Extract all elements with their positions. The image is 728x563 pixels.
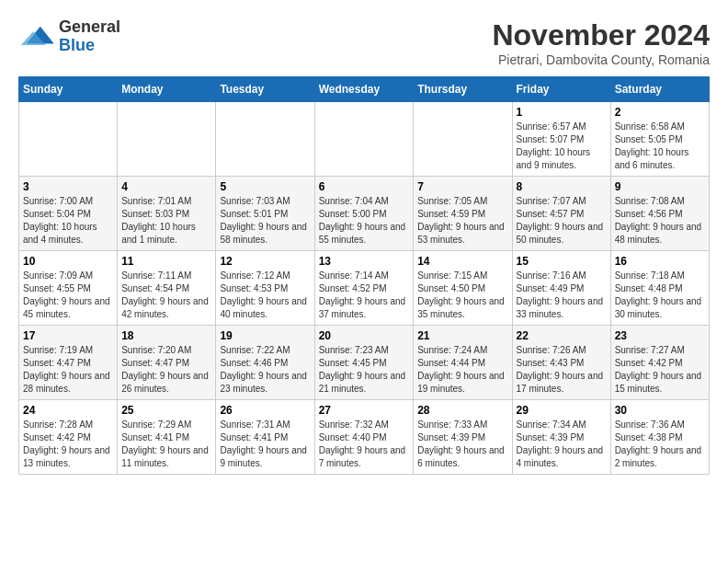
day-number: 13 [319,255,410,268]
day-number: 27 [319,404,410,417]
day-cell: 15Sunrise: 7:16 AM Sunset: 4:49 PM Dayli… [512,251,610,326]
day-cell: 2Sunrise: 6:58 AM Sunset: 5:05 PM Daylig… [610,102,709,177]
day-info: Sunrise: 7:26 AM Sunset: 4:43 PM Dayligh… [517,344,607,396]
day-cell: 4Sunrise: 7:01 AM Sunset: 5:03 PM Daylig… [118,177,216,251]
day-cell [118,102,216,177]
day-info: Sunrise: 7:32 AM Sunset: 4:40 PM Dayligh… [319,419,410,470]
day-cell: 6Sunrise: 7:04 AM Sunset: 5:00 PM Daylig… [314,177,414,251]
week-row-3: 17Sunrise: 7:19 AM Sunset: 4:47 PM Dayli… [19,326,710,400]
day-cell: 7Sunrise: 7:05 AM Sunset: 4:59 PM Daylig… [414,177,512,251]
day-info: Sunrise: 7:36 AM Sunset: 4:38 PM Dayligh… [615,419,705,470]
day-cell [19,102,118,177]
month-title: November 2024 [492,18,710,52]
day-cell: 28Sunrise: 7:33 AM Sunset: 4:39 PM Dayli… [414,400,512,475]
day-info: Sunrise: 7:00 AM Sunset: 5:04 PM Dayligh… [23,195,113,247]
logo: General Blue [18,18,120,55]
day-cell: 27Sunrise: 7:32 AM Sunset: 4:40 PM Dayli… [314,400,414,475]
day-info: Sunrise: 7:20 AM Sunset: 4:47 PM Dayligh… [121,344,211,396]
weekday-header-thursday: Thursday [414,77,512,102]
day-cell: 14Sunrise: 7:15 AM Sunset: 4:50 PM Dayli… [414,251,512,326]
day-info: Sunrise: 7:24 AM Sunset: 4:44 PM Dayligh… [417,344,507,396]
day-number: 24 [23,404,113,417]
day-cell: 8Sunrise: 7:07 AM Sunset: 4:57 PM Daylig… [512,177,610,251]
day-number: 22 [517,329,607,342]
day-cell: 30Sunrise: 7:36 AM Sunset: 4:38 PM Dayli… [610,400,709,475]
week-row-1: 3Sunrise: 7:00 AM Sunset: 5:04 PM Daylig… [19,177,710,251]
day-cell: 22Sunrise: 7:26 AM Sunset: 4:43 PM Dayli… [512,326,610,400]
day-info: Sunrise: 7:08 AM Sunset: 4:56 PM Dayligh… [615,195,705,247]
day-number: 10 [23,255,113,268]
day-cell: 19Sunrise: 7:22 AM Sunset: 4:46 PM Dayli… [216,326,314,400]
day-number: 3 [23,180,113,193]
day-number: 1 [517,106,607,119]
day-number: 25 [121,404,211,417]
week-row-2: 10Sunrise: 7:09 AM Sunset: 4:55 PM Dayli… [19,251,710,326]
day-number: 5 [220,180,310,193]
day-info: Sunrise: 7:04 AM Sunset: 5:00 PM Dayligh… [319,195,410,247]
day-cell: 25Sunrise: 7:29 AM Sunset: 4:41 PM Dayli… [118,400,216,475]
day-number: 21 [417,329,507,342]
weekday-header-friday: Friday [512,77,610,102]
day-number: 4 [121,180,211,193]
weekday-header-tuesday: Tuesday [216,77,314,102]
day-info: Sunrise: 7:18 AM Sunset: 4:48 PM Dayligh… [615,270,705,321]
day-cell: 21Sunrise: 7:24 AM Sunset: 4:44 PM Dayli… [414,326,512,400]
day-cell [414,102,512,177]
day-cell [216,102,314,177]
week-row-4: 24Sunrise: 7:28 AM Sunset: 4:42 PM Dayli… [19,400,710,475]
day-cell: 17Sunrise: 7:19 AM Sunset: 4:47 PM Dayli… [19,326,118,400]
day-cell: 26Sunrise: 7:31 AM Sunset: 4:41 PM Dayli… [216,400,314,475]
day-number: 16 [615,255,705,268]
day-cell: 29Sunrise: 7:34 AM Sunset: 4:39 PM Dayli… [512,400,610,475]
day-number: 30 [615,404,705,417]
weekday-header-saturday: Saturday [610,77,709,102]
day-number: 18 [121,329,211,342]
day-cell: 16Sunrise: 7:18 AM Sunset: 4:48 PM Dayli… [610,251,709,326]
day-number: 20 [319,329,410,342]
day-info: Sunrise: 7:28 AM Sunset: 4:42 PM Dayligh… [23,419,113,470]
logo-icon [18,23,55,51]
day-info: Sunrise: 7:27 AM Sunset: 4:42 PM Dayligh… [615,344,705,396]
day-cell: 13Sunrise: 7:14 AM Sunset: 4:52 PM Dayli… [314,251,414,326]
day-info: Sunrise: 7:11 AM Sunset: 4:54 PM Dayligh… [121,270,211,321]
day-info: Sunrise: 7:34 AM Sunset: 4:39 PM Dayligh… [517,419,607,470]
day-info: Sunrise: 7:19 AM Sunset: 4:47 PM Dayligh… [23,344,113,396]
day-info: Sunrise: 7:05 AM Sunset: 4:59 PM Dayligh… [417,195,507,247]
day-number: 8 [517,180,607,193]
day-info: Sunrise: 7:14 AM Sunset: 4:52 PM Dayligh… [319,270,410,321]
day-cell: 12Sunrise: 7:12 AM Sunset: 4:53 PM Dayli… [216,251,314,326]
location: Pietrari, Dambovita County, Romania [492,52,710,67]
day-cell: 3Sunrise: 7:00 AM Sunset: 5:04 PM Daylig… [19,177,118,251]
day-info: Sunrise: 7:09 AM Sunset: 4:55 PM Dayligh… [23,270,113,321]
day-cell: 23Sunrise: 7:27 AM Sunset: 4:42 PM Dayli… [610,326,709,400]
page-header: General Blue November 2024 Pietrari, Dam… [18,18,710,67]
weekday-header-wednesday: Wednesday [314,77,414,102]
day-cell [314,102,414,177]
day-info: Sunrise: 7:07 AM Sunset: 4:57 PM Dayligh… [517,195,607,247]
day-info: Sunrise: 7:12 AM Sunset: 4:53 PM Dayligh… [220,270,310,321]
day-number: 11 [121,255,211,268]
day-info: Sunrise: 6:57 AM Sunset: 5:07 PM Dayligh… [517,121,607,172]
weekday-header-sunday: Sunday [19,77,118,102]
day-number: 26 [220,404,310,417]
day-cell: 1Sunrise: 6:57 AM Sunset: 5:07 PM Daylig… [512,102,610,177]
day-info: Sunrise: 7:01 AM Sunset: 5:03 PM Dayligh… [121,195,211,247]
day-number: 17 [23,329,113,342]
day-info: Sunrise: 6:58 AM Sunset: 5:05 PM Dayligh… [615,121,705,172]
week-row-0: 1Sunrise: 6:57 AM Sunset: 5:07 PM Daylig… [19,102,710,177]
day-number: 6 [319,180,410,193]
day-cell: 5Sunrise: 7:03 AM Sunset: 5:01 PM Daylig… [216,177,314,251]
day-info: Sunrise: 7:29 AM Sunset: 4:41 PM Dayligh… [121,419,211,470]
title-block: November 2024 Pietrari, Dambovita County… [492,18,710,67]
day-info: Sunrise: 7:03 AM Sunset: 5:01 PM Dayligh… [220,195,310,247]
day-cell: 10Sunrise: 7:09 AM Sunset: 4:55 PM Dayli… [19,251,118,326]
day-number: 29 [517,404,607,417]
day-cell: 20Sunrise: 7:23 AM Sunset: 4:45 PM Dayli… [314,326,414,400]
day-cell: 9Sunrise: 7:08 AM Sunset: 4:56 PM Daylig… [610,177,709,251]
day-cell: 11Sunrise: 7:11 AM Sunset: 4:54 PM Dayli… [118,251,216,326]
day-info: Sunrise: 7:31 AM Sunset: 4:41 PM Dayligh… [220,419,310,470]
calendar-table: SundayMondayTuesdayWednesdayThursdayFrid… [18,76,710,475]
day-number: 15 [517,255,607,268]
weekday-header-monday: Monday [118,77,216,102]
day-info: Sunrise: 7:15 AM Sunset: 4:50 PM Dayligh… [417,270,507,321]
